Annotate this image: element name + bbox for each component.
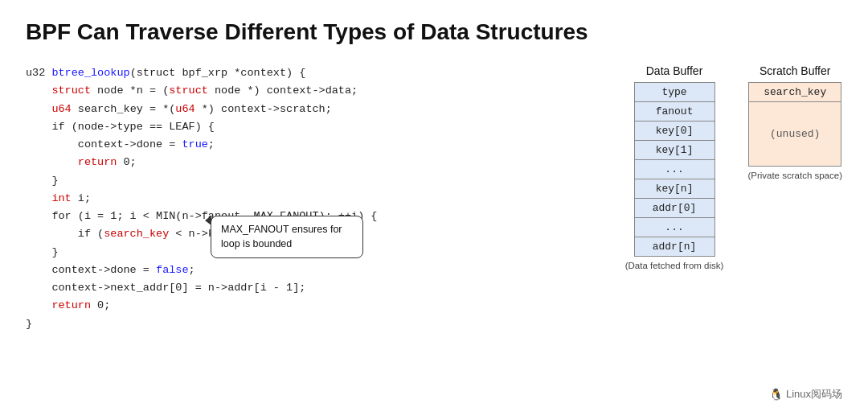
scratch-mid-row: (unused) [749, 102, 841, 167]
data-buffer-table: typefanoutkey[0]key[1]...key[n]addr[0]..… [634, 82, 715, 257]
scratch-top-row: search_key [749, 83, 841, 102]
scratch-buffer-caption: (Private scratch space) [747, 171, 842, 180]
data-buffer-row: key[1] [634, 141, 714, 160]
code-line-13: context->next_addr[0] = n->addr[i - 1]; [26, 279, 593, 297]
page-title: BPF Can Traverse Different Types of Data… [26, 19, 842, 45]
scratch-buffer-title: Scratch Buffer [760, 64, 830, 77]
code-line-1: u32 btree_lookup(struct bpf_xrp *context… [26, 64, 593, 82]
data-buffer-cell: addr[n] [634, 237, 714, 257]
code-block: u32 btree_lookup(struct bpf_xrp *context… [26, 64, 593, 333]
data-buffer-cell: ... [634, 218, 714, 237]
data-buffer-row: key[n] [634, 179, 714, 199]
scratch-search-key: search_key [749, 83, 841, 102]
data-buffer-cell: key[n] [634, 179, 714, 199]
data-buffer-cell: key[0] [634, 122, 714, 141]
callout-box: MAX_FANOUT ensures for loop is bounded [211, 216, 363, 258]
scratch-buffer-section: Scratch Buffer search_key (unused) (Priv… [747, 64, 842, 180]
diagrams-section: Data Buffer typefanoutkey[0]key[1]...key… [625, 64, 842, 270]
data-buffer-title: Data Buffer [646, 64, 703, 77]
main-content: u32 btree_lookup(struct bpf_xrp *context… [26, 64, 842, 333]
watermark: 🐧 Linux阅码场 [769, 387, 842, 402]
data-buffer-row: ... [634, 218, 714, 237]
code-line-12: context->done = false; [26, 262, 593, 279]
code-line-14: return 0; [26, 297, 593, 315]
watermark-text: Linux阅码场 [786, 387, 842, 402]
data-buffer-row: addr[0] [634, 199, 714, 218]
data-buffer-row: addr[n] [634, 237, 714, 257]
scratch-unused: (unused) [749, 102, 841, 167]
code-line-7: } [26, 172, 593, 190]
code-section: u32 btree_lookup(struct bpf_xrp *context… [26, 64, 593, 333]
data-buffer-row: type [634, 83, 714, 102]
code-line-4: if (node->type == LEAF) { [26, 118, 593, 136]
data-buffer-row: ... [634, 160, 714, 179]
data-buffer-cell: key[1] [634, 141, 714, 160]
data-buffer-cell: ... [634, 160, 714, 179]
data-buffer-cell: fanout [634, 102, 714, 122]
code-line-6: return 0; [26, 154, 593, 171]
code-line-2: struct node *n = (struct node *) context… [26, 82, 593, 100]
data-buffer-row: fanout [634, 102, 714, 122]
code-line-8: int i; [26, 190, 593, 208]
code-line-15: } [26, 315, 593, 333]
code-line-3: u64 search_key = *(u64 *) context->scrat… [26, 101, 593, 118]
code-line-5: context->done = true; [26, 136, 593, 154]
watermark-icon: 🐧 [769, 388, 783, 401]
data-buffer-caption: (Data fetched from disk) [625, 261, 724, 270]
data-buffer-cell: addr[0] [634, 199, 714, 218]
data-buffer-row: key[0] [634, 122, 714, 141]
data-buffer-cell: type [634, 83, 714, 102]
data-buffer-section: Data Buffer typefanoutkey[0]key[1]...key… [625, 64, 724, 270]
callout-text: MAX_FANOUT ensures for loop is bounded [221, 224, 342, 249]
scratch-buffer-table: search_key (unused) [748, 82, 841, 167]
